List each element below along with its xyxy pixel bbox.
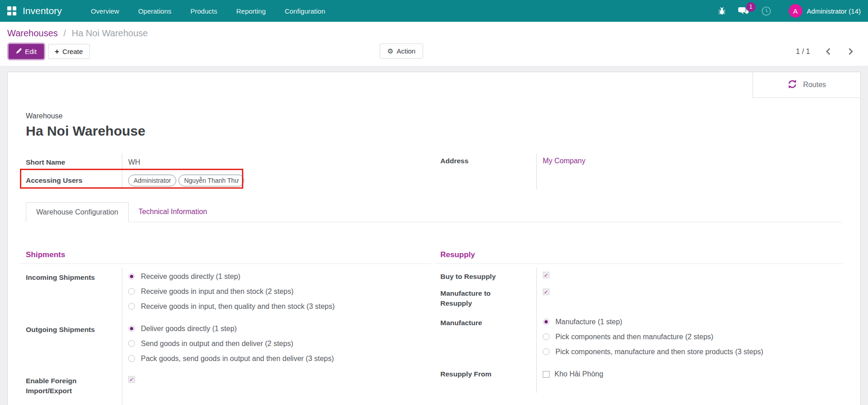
resupply-group: Buy to Resupply Manufacture to Resupply [440,268,842,393]
incoming-shipments-row: Incoming Shipments Receive goods directl… [26,268,431,317]
avatar: A [789,4,802,18]
action-button[interactable]: ⚙ Action [380,44,423,59]
bug-icon[interactable] [718,7,726,15]
radio-selected-icon[interactable] [128,325,135,332]
radio-receive-2-steps[interactable]: Receive goods in input and then stock (2… [128,284,335,299]
plus-icon: + [55,48,59,55]
radio-manufacture-2-steps[interactable]: Pick components and then manufacture (2 … [543,329,763,344]
top-navbar: Inventory Overview Operations Products R… [0,0,868,22]
radio-selected-icon[interactable] [128,273,135,280]
outgoing-shipments-label: Outgoing Shipments [26,320,122,337]
accessing-users-label: Accessing Users [26,173,122,188]
radio-receive-3-steps[interactable]: Receive goods in input, then quality and… [128,299,335,314]
menu-overview[interactable]: Overview [82,1,127,21]
radio-icon[interactable] [128,340,135,347]
group-left-top: Short Name WH Accessing Users Administra… [26,153,431,190]
radio-icon[interactable] [543,333,550,340]
user-tag[interactable]: Nguyễn Thanh Thư [178,175,244,186]
content-area: Routes Warehouse Ha Noi Warehouse Short … [0,66,868,405]
resupply-section: Resupply Buy to Resupply Manufacture to [440,250,842,405]
tab-warehouse-configuration[interactable]: Warehouse Configuration [26,202,129,222]
message-count-badge: 1 [746,2,756,12]
radio-icon[interactable] [543,348,550,355]
tab-content: Shipments Incoming Shipments Receive goo… [26,222,842,405]
shipments-section: Shipments Incoming Shipments Receive goo… [26,250,431,405]
radio-receive-1-step[interactable]: Receive goods directly (1 step) [128,269,335,284]
resupply-from-label: Resupply From [440,365,536,382]
breadcrumb-warehouses[interactable]: Warehouses [7,28,58,38]
breadcrumb-current: Ha Noi Warehouse [72,28,148,38]
warehouse-form-sheet: Routes Warehouse Ha Noi Warehouse Short … [7,72,861,405]
control-panel: Warehouses / Ha Noi Warehouse Edit + Cre… [0,22,868,66]
buy-to-resupply-row: Buy to Resupply [440,268,842,284]
incoming-shipments-label: Incoming Shipments [26,268,122,285]
clock-icon[interactable] [761,6,772,16]
radio-manufacture-3-steps[interactable]: Pick components, manufacture and then st… [543,344,763,359]
menu-operations[interactable]: Operations [130,1,179,21]
user-name: Administrator (14) [807,7,861,15]
radio-icon[interactable] [128,288,135,295]
foreign-import-export-row: Enable Foreign Import/Export [26,372,431,405]
app-name[interactable]: Inventory [23,5,62,16]
radio-icon[interactable] [128,355,135,362]
breadcrumb-separator: / [63,28,66,38]
user-tag[interactable]: Administrator [128,175,176,186]
resupply-from-row: Resupply From Kho Hải Phòng [440,365,842,393]
short-name-value: WH [122,155,140,170]
manufacture-label: Manufacture [440,313,536,331]
resupply-from-option: Kho Hải Phòng [555,369,603,379]
resupply-title: Resupply [434,250,842,264]
radio-manufacture-1-step[interactable]: Manufacture (1 step) [543,314,763,329]
address-label: Address [440,153,536,169]
address-link[interactable]: My Company [543,157,585,165]
short-name-label: Short Name [26,155,122,170]
address-row: Address My Company [440,153,842,177]
menu-reporting[interactable]: Reporting [228,1,274,21]
shipments-group: Incoming Shipments Receive goods directl… [26,268,431,405]
chat-bubbles-icon[interactable]: 1 [738,6,749,16]
routes-label: Routes [803,81,826,89]
foreign-import-export-checkbox[interactable] [128,376,135,383]
apps-grid-icon[interactable] [7,6,16,15]
create-button[interactable]: + Create [48,44,90,59]
menu-configuration[interactable]: Configuration [277,1,333,21]
manufacture-to-resupply-label: Manufacture to Resupply [440,284,536,311]
breadcrumb: Warehouses / Ha Noi Warehouse [0,22,868,40]
radio-deliver-2-steps[interactable]: Send goods in output and then deliver (2… [128,336,334,351]
main-menu: Overview Operations Products Reporting C… [82,1,333,21]
record-type-label: Warehouse [26,112,842,120]
accessing-users-tags: Administrator Nguyễn Thanh Thư [128,175,244,186]
pencil-icon [16,48,22,55]
radio-icon[interactable] [128,303,135,310]
controls-row: Edit + Create ⚙ Action 1 / 1 [0,40,868,66]
edit-button[interactable]: Edit [9,44,44,59]
notebook-tabs: Warehouse Configuration Technical Inform… [26,202,842,222]
top-fields: Short Name WH Accessing Users Administra… [26,153,842,190]
buy-to-resupply-label: Buy to Resupply [440,268,536,284]
sheet-inner: Warehouse Ha Noi Warehouse Short Name WH… [8,72,860,405]
radio-deliver-1-step[interactable]: Deliver goods directly (1 step) [128,321,334,336]
manufacture-to-resupply-checkbox[interactable] [543,288,550,295]
resupply-from-checkbox[interactable] [543,371,550,378]
buy-to-resupply-checkbox[interactable] [543,272,550,278]
tab-technical-information[interactable]: Technical Information [129,202,217,222]
menu-products[interactable]: Products [182,1,225,21]
radio-selected-icon[interactable] [543,318,550,325]
systray: 1 A Administrator (14) [718,4,861,18]
chevron-left-icon[interactable] [824,46,833,57]
outgoing-shipments-row: Outgoing Shipments Deliver goods directl… [26,320,431,369]
short-name-row: Short Name WH [26,153,431,171]
page-title: Ha Noi Warehouse [26,123,842,139]
chevron-right-icon[interactable] [846,46,855,57]
accessing-users-row: Accessing Users Administrator Nguyễn Tha… [26,171,431,190]
sync-icon [787,79,797,91]
pager-count: 1 / 1 [796,48,810,56]
gear-icon: ⚙ [387,48,393,54]
user-menu[interactable]: A Administrator (14) [789,4,861,18]
manufacture-row: Manufacture Manufacture (1 step) Pick co… [440,313,842,362]
foreign-import-export-label: Enable Foreign Import/Export [26,372,122,399]
pager: 1 / 1 [796,46,861,57]
routes-stat-button[interactable]: Routes [752,72,860,98]
radio-deliver-3-steps[interactable]: Pack goods, send goods in output and the… [128,351,334,366]
group-right-top: Address My Company [440,153,842,190]
